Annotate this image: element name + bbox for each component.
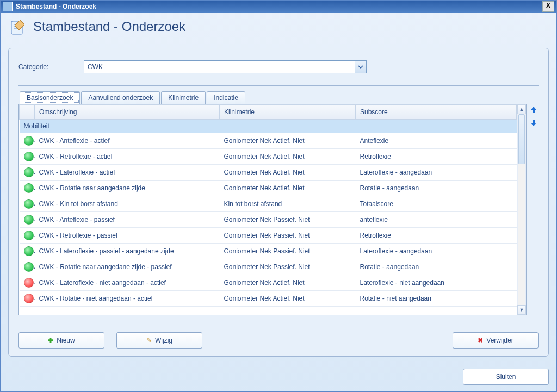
move-up-button[interactable] xyxy=(529,105,538,115)
subscore-cell: Rotatie - niet aangedaan xyxy=(356,291,517,307)
table-row[interactable]: CWK - Rotatie - niet aangedaan - actiefG… xyxy=(20,291,517,307)
tabs: BasisonderzoekAanvullend onderzoekKlinim… xyxy=(20,91,539,104)
description-cell: CWK - Rotatie naar aangedane zijde - pas… xyxy=(35,259,220,275)
status-cell xyxy=(20,133,35,149)
titlebar: Stambestand - Onderzoek X xyxy=(1,1,556,13)
category-row: Categorie: xyxy=(18,60,539,73)
edit-button[interactable]: ✎ Wijzig xyxy=(116,332,202,349)
klinimetrie-cell: Goniometer Nek Actief. Niet xyxy=(220,291,356,307)
app-icon xyxy=(3,2,13,11)
subscore-cell: anteflexie xyxy=(356,212,517,228)
status-ok-icon xyxy=(24,199,34,209)
klinimetrie-cell: Goniometer Nek Actief. Niet xyxy=(220,181,356,196)
subscore-cell: Retroflexie xyxy=(356,149,517,165)
window-title: Stambestand - Onderzoek xyxy=(16,3,542,10)
window-footer: Sluiten xyxy=(1,364,556,391)
table-row[interactable]: CWK - Anteflexie - passiefGoniometer Nek… xyxy=(20,212,517,228)
status-ok-icon xyxy=(24,152,34,161)
status-error-icon xyxy=(24,294,34,303)
category-select[interactable] xyxy=(84,60,367,73)
vertical-scrollbar[interactable]: ▲ ▼ xyxy=(517,104,526,315)
subscore-cell: Rotatie - aangedaan xyxy=(356,181,517,196)
panel-divider xyxy=(18,85,539,86)
status-ok-icon xyxy=(24,262,34,272)
scroll-thumb[interactable] xyxy=(518,114,525,164)
klinimetrie-cell: Goniometer Nek Passief. Niet xyxy=(220,244,356,259)
status-cell xyxy=(20,259,35,275)
tab-3[interactable]: Indicatie xyxy=(207,91,245,104)
klinimetrie-cell: Goniometer Nek Actief. Niet xyxy=(220,133,356,149)
description-cell: CWK - Anteflexie - actief xyxy=(35,133,220,149)
subscore-cell: Anteflexie xyxy=(356,133,517,149)
table-row[interactable]: CWK - Retroflexie - passiefGoniometer Ne… xyxy=(20,228,517,244)
description-cell: CWK - Lateroflexie - passief - aangedane… xyxy=(35,244,220,259)
status-ok-icon xyxy=(24,231,34,240)
subscore-cell: Lateroflexie - niet aangedaan xyxy=(356,275,517,291)
column-klinimetrie[interactable]: Klinimetrie xyxy=(220,105,356,120)
table-row[interactable]: CWK - Lateroflexie - niet aangedaan - ac… xyxy=(20,275,517,291)
close-button-label: Sluiten xyxy=(496,373,516,381)
description-cell: CWK - Lateroflexie - actief xyxy=(35,165,220,181)
tab-2[interactable]: Klinimetrie xyxy=(161,91,206,104)
pencil-icon: ✎ xyxy=(146,337,152,344)
table-row[interactable]: CWK - Lateroflexie - actiefGoniometer Ne… xyxy=(20,165,517,181)
move-down-button[interactable] xyxy=(529,118,538,128)
status-ok-icon xyxy=(24,136,34,146)
table-row[interactable]: CWK - Kin tot borst afstandKin tot borst… xyxy=(20,196,517,212)
status-ok-icon xyxy=(24,246,34,256)
table-row[interactable]: CWK - Lateroflexie - passief - aangedane… xyxy=(20,244,517,259)
scroll-down-button[interactable]: ▼ xyxy=(517,305,526,315)
delete-button[interactable]: ✖ Verwijder xyxy=(453,332,539,349)
description-cell: CWK - Retroflexie - actief xyxy=(35,149,220,165)
table-row[interactable]: CWK - Rotatie naar aangedane zijdeGoniom… xyxy=(20,181,517,196)
main-panel: Categorie: BasisonderzoekAanvullend onde… xyxy=(8,48,549,357)
grid: Omschrijving Klinimetrie Subscore Mobili… xyxy=(18,104,527,315)
column-status[interactable] xyxy=(20,105,35,120)
page-title: Stambestand - Onderzoek xyxy=(33,19,185,34)
status-cell xyxy=(20,275,35,291)
status-cell xyxy=(20,181,35,196)
subscore-cell: Totaalscore xyxy=(356,196,517,212)
new-button[interactable]: ✚ Nieuw xyxy=(18,332,104,349)
scroll-up-button[interactable]: ▲ xyxy=(517,104,526,114)
column-subscore[interactable]: Subscore xyxy=(356,105,517,120)
subscore-cell: Retroflexie xyxy=(356,228,517,244)
klinimetrie-cell: Goniometer Nek Passief. Niet xyxy=(220,212,356,228)
new-button-label: Nieuw xyxy=(57,337,75,344)
scroll-track[interactable] xyxy=(517,114,526,305)
subscore-cell: Lateroflexie - aangedaan xyxy=(356,165,517,181)
chevron-down-icon[interactable] xyxy=(355,61,366,73)
delete-icon: ✖ xyxy=(478,337,483,344)
header-divider xyxy=(8,40,549,40)
window-close-button[interactable]: X xyxy=(542,1,554,12)
plus-icon: ✚ xyxy=(48,337,53,344)
klinimetrie-cell: Kin tot borst afstand xyxy=(220,196,356,212)
description-cell: CWK - Anteflexie - passief xyxy=(35,212,220,228)
category-input[interactable] xyxy=(84,60,367,73)
tab-0[interactable]: Basisonderzoek xyxy=(20,91,80,104)
tab-1[interactable]: Aanvullend onderzoek xyxy=(81,91,160,104)
panel-footer: ✚ Nieuw ✎ Wijzig ✖ Verwijder xyxy=(18,323,539,349)
status-ok-icon xyxy=(24,167,34,177)
status-ok-icon xyxy=(24,215,34,225)
table-row[interactable]: CWK - Retroflexie - actiefGoniometer Nek… xyxy=(20,149,517,165)
delete-button-label: Verwijder xyxy=(486,337,513,344)
column-description[interactable]: Omschrijving xyxy=(35,105,220,120)
group-row[interactable]: Mobiliteit xyxy=(20,120,517,133)
klinimetrie-cell: Goniometer Nek Actief. Niet xyxy=(220,275,356,291)
status-cell xyxy=(20,228,35,244)
status-cell xyxy=(20,149,35,165)
close-button[interactable]: Sluiten xyxy=(463,369,549,385)
description-cell: CWK - Rotatie - niet aangedaan - actief xyxy=(35,291,220,307)
page-header: Stambestand - Onderzoek xyxy=(1,13,556,40)
table-row[interactable]: CWK - Rotatie naar aangedane zijde - pas… xyxy=(20,259,517,275)
category-label: Categorie: xyxy=(18,63,84,71)
description-cell: CWK - Lateroflexie - niet aangedaan - ac… xyxy=(35,275,220,291)
table-row[interactable]: CWK - Anteflexie - actiefGoniometer Nek … xyxy=(20,133,517,149)
edit-button-label: Wijzig xyxy=(155,337,172,344)
klinimetrie-cell: Goniometer Nek Passief. Niet xyxy=(220,259,356,275)
status-ok-icon xyxy=(24,183,34,193)
status-cell xyxy=(20,244,35,259)
header-icon xyxy=(8,17,28,36)
table-area: Omschrijving Klinimetrie Subscore Mobili… xyxy=(18,104,539,315)
